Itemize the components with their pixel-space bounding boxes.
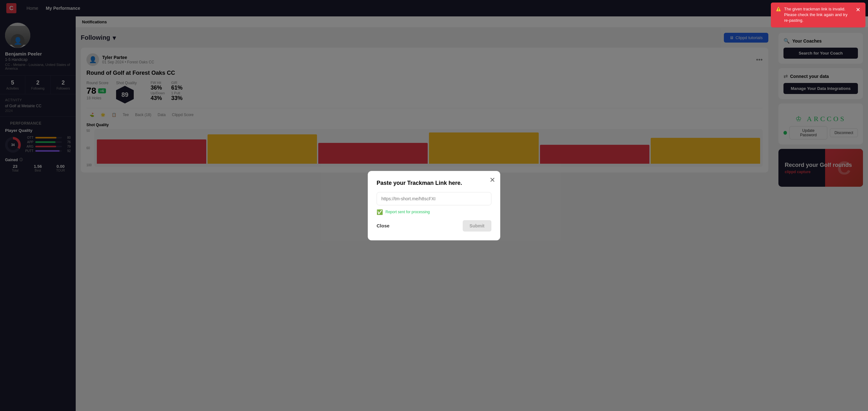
modal-submit-button[interactable]: Submit [463,220,491,231]
trackman-modal: Paste your Trackman Link here. ✕ ✅ Repor… [368,171,500,240]
toast-close-button[interactable]: ✕ [856,6,861,13]
modal-overlay[interactable]: Paste your Trackman Link here. ✕ ✅ Repor… [0,0,868,411]
error-toast: ⚠️ The given trackman link is invalid. P… [771,2,866,27]
success-check-icon: ✅ [377,209,383,215]
modal-close-button[interactable]: Close [377,223,390,228]
success-text: Report sent for processing [385,210,430,214]
modal-close-x-button[interactable]: ✕ [490,176,495,184]
trackman-link-input[interactable] [377,192,491,205]
toast-warning-icon: ⚠️ [776,6,781,12]
modal-success-message: ✅ Report sent for processing [377,209,491,215]
modal-actions: Close Submit [377,220,491,231]
modal-title: Paste your Trackman Link here. [377,180,491,186]
toast-message: The given trackman link is invalid. Plea… [784,6,852,24]
